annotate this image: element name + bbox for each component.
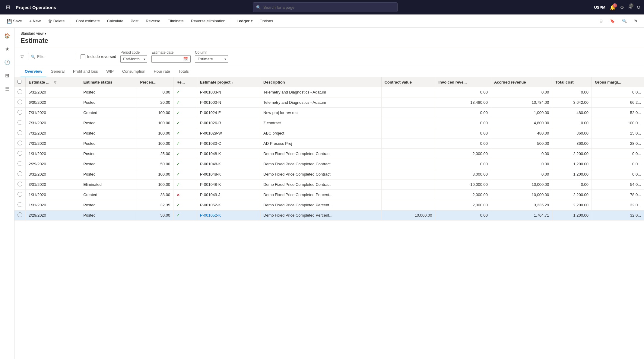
estimate-project-link[interactable]: P-001052-K — [200, 213, 221, 218]
col-select[interactable] — [14, 77, 26, 87]
waffle-menu-button[interactable]: ⊞ — [4, 3, 12, 11]
refresh-cmd-button[interactable]: ↻ — [631, 17, 640, 24]
row-select-cell[interactable] — [14, 128, 26, 138]
row-select-cell[interactable] — [14, 159, 26, 169]
row-select-cell[interactable] — [14, 138, 26, 149]
col-accrued-revenue[interactable]: Accrued revenue — [491, 77, 552, 87]
filter-input-wrap[interactable]: 🔍 — [28, 53, 76, 60]
select-all-checkbox[interactable] — [17, 80, 21, 84]
row-select-cell[interactable] — [14, 87, 26, 97]
table-row[interactable]: 7/31/2020 Posted 100.00 ✓ P-001026-R Z c… — [14, 118, 644, 128]
period-code-select-wrap[interactable]: EstMonth — [120, 55, 147, 63]
delete-button[interactable]: 🗑 Delete — [45, 17, 68, 25]
estimate-project-cell[interactable]: P-001052-K — [197, 210, 260, 221]
tab-hour-rate[interactable]: Hour rate — [150, 66, 174, 77]
tab-totals[interactable]: Totals — [174, 66, 193, 77]
new-button[interactable]: + New — [26, 17, 44, 25]
table-row[interactable]: 2/29/2020 Posted 50.00 ✓ P-001048-K Demo… — [14, 159, 644, 169]
row-select-cell[interactable] — [14, 118, 26, 128]
col-invoiced-revenue[interactable]: Invoiced reve... — [435, 77, 491, 87]
ledger-button[interactable]: Ledger ▾ — [233, 17, 255, 24]
col-estimate-date[interactable]: Estimate ... ↑ ▽ — [26, 77, 80, 87]
filter-input[interactable] — [37, 54, 73, 59]
row-select-cell[interactable] — [14, 97, 26, 108]
search-input[interactable] — [263, 5, 394, 10]
tab-wip[interactable]: WIP — [102, 66, 118, 77]
col-total-cost[interactable]: Total cost — [552, 77, 592, 87]
tab-overview[interactable]: Overview — [21, 66, 46, 77]
customize-columns-button[interactable]: ⊞ — [596, 17, 606, 24]
options-button[interactable]: Options — [257, 17, 276, 24]
sidebar-list[interactable]: ☰ — [2, 83, 13, 94]
col-estimate-status[interactable]: Estimate status — [80, 77, 137, 87]
calendar-icon[interactable]: 📅 — [183, 57, 188, 61]
include-reversed-checkbox[interactable] — [81, 54, 85, 59]
row-select-circle[interactable] — [17, 182, 22, 186]
table-row[interactable]: 2/29/2020 Posted 50.00 ✓ P-001052-K Demo… — [14, 210, 644, 221]
sidebar-home[interactable]: 🏠 — [2, 30, 13, 41]
tab-profit-and-loss[interactable]: Profit and loss — [69, 66, 102, 77]
cost-estimate-button[interactable]: Cost estimate — [73, 17, 103, 24]
row-select-cell[interactable] — [14, 180, 26, 190]
table-row[interactable]: 3/31/2020 Eliminated 100.00 ✓ P-001048-K… — [14, 180, 644, 190]
calculate-button[interactable]: Calculate — [104, 17, 126, 24]
row-select-cell[interactable] — [14, 169, 26, 180]
sidebar-favorites[interactable]: ★ — [2, 43, 13, 54]
row-select-circle[interactable] — [17, 151, 22, 156]
col-gross-margin[interactable]: Gross margi... — [592, 77, 644, 87]
row-select-circle[interactable] — [17, 110, 22, 115]
row-select-circle[interactable] — [17, 89, 22, 94]
estimate-date-input-wrap[interactable]: 📅 — [151, 55, 191, 63]
row-select-cell[interactable] — [14, 200, 26, 210]
row-select-circle[interactable] — [17, 161, 22, 166]
include-reversed-group[interactable]: Include reversed — [81, 54, 116, 59]
table-row[interactable]: 7/31/2020 Posted 100.00 ✓ P-001029-W ABC… — [14, 128, 644, 138]
filter-icon[interactable]: ▽ — [21, 54, 24, 59]
col-estimate-project[interactable]: Estimate project ↑ — [197, 77, 260, 87]
table-row[interactable]: 1/31/2020 Posted 32.35 ✓ P-001052-K Demo… — [14, 200, 644, 210]
table-row[interactable]: 6/30/2020 Posted 20.00 ✓ P-001003-N Tele… — [14, 97, 644, 108]
estimate-date-input[interactable] — [154, 57, 181, 61]
tab-consumption[interactable]: Consumption — [118, 66, 150, 77]
table-row[interactable]: 1/31/2020 Created 38.00 ✕ P-001049-J Dem… — [14, 190, 644, 200]
view-selector[interactable]: Standard view ▾ — [21, 31, 638, 36]
col-re[interactable]: Re... — [173, 77, 197, 87]
table-row[interactable]: 5/31/2020 Posted 0.00 ✓ P-001003-N Telem… — [14, 87, 644, 97]
search-box[interactable]: 🔍 — [253, 2, 398, 12]
col-contract-value[interactable]: Contract value — [381, 77, 435, 87]
save-button[interactable]: 💾 Save — [4, 17, 25, 25]
apps-button[interactable]: ⊞ 0 — [628, 5, 632, 10]
row-select-circle[interactable] — [17, 202, 22, 207]
reverse-button[interactable]: Reverse — [143, 17, 163, 24]
row-select-cell[interactable] — [14, 149, 26, 159]
row-select-circle[interactable] — [17, 130, 22, 135]
table-container[interactable]: Estimate ... ↑ ▽ Estimate status Percen.… — [14, 77, 644, 359]
row-select-circle[interactable] — [17, 212, 22, 217]
filter-icon-estimate-date[interactable]: ▽ — [54, 81, 56, 84]
row-select-cell[interactable] — [14, 108, 26, 118]
row-select-cell[interactable] — [14, 210, 26, 221]
row-select-circle[interactable] — [17, 171, 22, 176]
row-select-circle[interactable] — [17, 120, 22, 125]
column-select-wrap[interactable]: Estimate — [195, 55, 228, 63]
bookmark-button[interactable]: 🔖 — [607, 17, 618, 24]
column-select[interactable]: Estimate — [195, 55, 228, 63]
reverse-elimination-button[interactable]: Reverse elimination — [188, 17, 228, 24]
eliminate-button[interactable]: Eliminate — [165, 17, 187, 24]
period-code-select[interactable]: EstMonth — [120, 55, 147, 63]
search-button[interactable]: 🔍 — [619, 17, 630, 24]
col-percent[interactable]: Percen... — [137, 77, 173, 87]
refresh-button[interactable]: ↻ — [636, 5, 640, 10]
tab-general[interactable]: General — [46, 66, 69, 77]
table-row[interactable]: 7/31/2020 Posted 100.00 ✓ P-001033-C AD … — [14, 138, 644, 149]
notification-button[interactable]: 🔔 1 — [610, 5, 616, 10]
settings-button[interactable]: ⚙ — [620, 5, 624, 10]
row-select-circle[interactable] — [17, 141, 22, 145]
table-row[interactable]: 3/31/2020 Posted 100.00 ✓ P-001048-K Dem… — [14, 169, 644, 180]
sidebar-modules[interactable]: ⊞ — [2, 70, 13, 81]
sidebar-recent[interactable]: 🕐 — [2, 57, 13, 68]
post-button[interactable]: Post — [128, 17, 141, 24]
row-select-circle[interactable] — [17, 192, 22, 197]
col-description[interactable]: Description — [260, 77, 382, 87]
row-select-cell[interactable] — [14, 190, 26, 200]
